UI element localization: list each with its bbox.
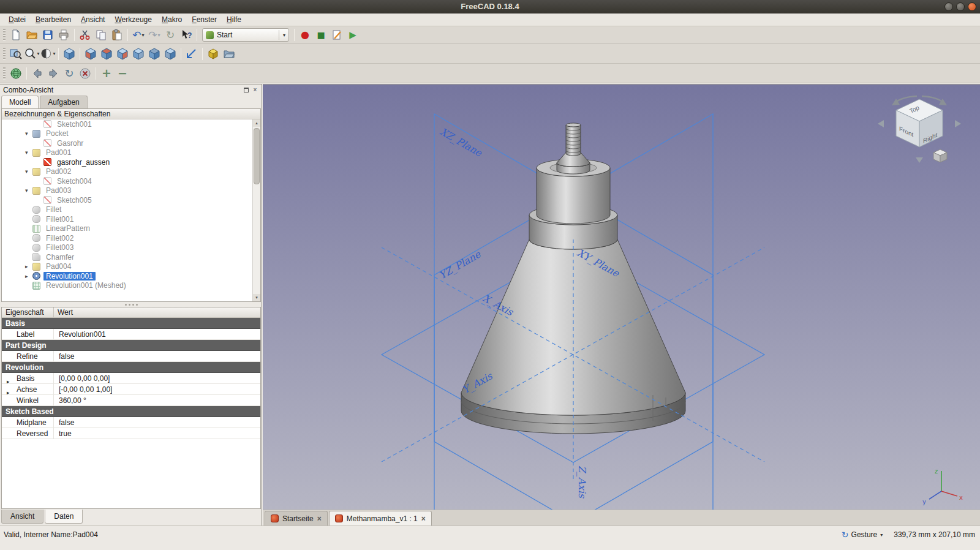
menu-hilfe[interactable]: Hilfe <box>222 14 246 25</box>
zoom-in-button[interactable]: + <box>99 66 115 81</box>
tab-modell[interactable]: Modell <box>1 96 39 108</box>
view-top-button[interactable] <box>99 46 115 62</box>
menu-bearbeiten[interactable]: Bearbeiten <box>31 14 76 25</box>
property-group-row[interactable]: Basis <box>2 318 260 329</box>
tab-close-icon[interactable]: × <box>421 514 426 523</box>
doc-tab-startseite[interactable]: Startseite × <box>265 511 328 526</box>
cut-button[interactable] <box>77 27 93 43</box>
toolbar-handle[interactable] <box>3 29 6 41</box>
redo-dropdown-icon[interactable]: ▾ <box>158 32 160 38</box>
tree-item-selected[interactable]: Revolution001 <box>2 271 260 281</box>
view-rear-button[interactable] <box>130 46 146 62</box>
3d-viewport[interactable]: XZ_Plane YZ_Plane XY_Plane X_Axis Y_Axis… <box>263 84 980 510</box>
undo-button[interactable]: ↶▾ <box>130 27 146 43</box>
draw-style-button[interactable]: ▾ <box>40 46 56 62</box>
tree-item[interactable]: Pocket <box>2 129 260 139</box>
save-button[interactable] <box>40 27 56 43</box>
panel-float-button[interactable] <box>243 86 249 93</box>
property-row[interactable]: Refinefalse <box>2 351 260 362</box>
toolbar-handle[interactable] <box>3 48 6 60</box>
draw-style-dropdown-icon[interactable]: ▾ <box>53 51 55 56</box>
expander-icon[interactable] <box>25 263 32 269</box>
property-row[interactable]: Midplanefalse <box>2 417 260 428</box>
doc-tab-methanmamba[interactable]: Methanmamba_v1 : 1 × <box>329 511 432 526</box>
tree-item[interactable]: Pad002 <box>2 167 260 177</box>
zoom-dropdown-icon[interactable]: ▾ <box>37 51 39 56</box>
zoom-button[interactable]: ▾ <box>24 46 40 62</box>
panel-splitter[interactable] <box>0 302 262 307</box>
maximize-button[interactable] <box>956 2 965 11</box>
minimize-button[interactable] <box>944 2 953 11</box>
tree-item[interactable]: gasrohr_aussen <box>2 157 260 167</box>
workbench-selector[interactable]: Start ▾ <box>202 28 289 42</box>
view-left-button[interactable] <box>162 46 178 62</box>
back-button[interactable] <box>29 66 45 81</box>
macro-edit-button[interactable] <box>329 27 345 43</box>
forward-button[interactable] <box>45 66 61 81</box>
tree-item[interactable]: Sketch005 <box>2 195 260 205</box>
menu-makro[interactable]: Makro <box>157 14 187 25</box>
macro-record-button[interactable]: ● <box>297 27 313 43</box>
expander-icon[interactable] <box>25 273 32 279</box>
tree-item[interactable]: Revolution001 (Meshed) <box>2 281 260 291</box>
tab-close-icon[interactable]: × <box>317 514 322 523</box>
tree-item[interactable]: Chamfer <box>2 252 260 262</box>
tree-item[interactable]: Fillet001 <box>2 214 260 224</box>
tree-item[interactable]: Fillet <box>2 205 260 215</box>
view-right-button[interactable] <box>115 46 130 62</box>
undo-dropdown-icon[interactable]: ▾ <box>142 32 145 38</box>
tab-daten[interactable]: Daten <box>45 510 83 524</box>
scrollbar-thumb[interactable] <box>254 128 260 184</box>
tree-item[interactable]: Sketch001 <box>2 119 260 129</box>
view-isometric-button[interactable] <box>61 46 77 62</box>
menu-werkzeuge[interactable]: Werkzeuge <box>110 14 156 25</box>
property-group-row[interactable]: Part Design <box>2 340 260 351</box>
create-group-button[interactable] <box>221 46 237 62</box>
web-stop-button[interactable] <box>77 66 93 81</box>
tree-item[interactable]: Pad003 <box>2 186 260 196</box>
tab-aufgaben[interactable]: Aufgaben <box>40 96 87 108</box>
view-front-button[interactable] <box>83 46 99 62</box>
property-row[interactable]: Winkel360,00 ° <box>2 395 260 406</box>
tree-item[interactable]: Sketch004 <box>2 176 260 186</box>
menu-datei[interactable]: Datei <box>4 14 31 25</box>
menu-ansicht[interactable]: Ansicht <box>76 14 110 25</box>
scroll-down-icon[interactable]: ▾ <box>253 294 260 301</box>
web-home-button[interactable] <box>8 66 24 81</box>
property-row[interactable]: Achse[-0,00 0,00 1,00] <box>2 384 260 395</box>
tree-item[interactable]: Fillet003 <box>2 243 260 253</box>
property-row[interactable]: Reversedtrue <box>2 428 260 439</box>
macro-play-button[interactable]: ▶ <box>345 27 361 43</box>
tree-item[interactable]: Pad004 <box>2 262 260 272</box>
scroll-up-icon[interactable]: ▴ <box>253 119 260 127</box>
measure-button[interactable] <box>184 46 200 62</box>
print-button[interactable] <box>56 27 72 43</box>
nav-style-selector[interactable]: Gesture <box>851 530 878 539</box>
open-document-button[interactable] <box>24 27 40 43</box>
tab-ansicht[interactable]: Ansicht <box>1 510 43 524</box>
create-part-button[interactable] <box>205 46 221 62</box>
tree-item[interactable]: Pad001 <box>2 148 260 158</box>
close-button[interactable] <box>968 2 976 11</box>
nav-style-dropdown-icon[interactable]: ▾ <box>880 532 883 538</box>
tree-item[interactable]: LinearPattern <box>2 224 260 234</box>
expander-icon[interactable] <box>25 130 32 137</box>
property-group-row[interactable]: Sketch Based <box>2 406 260 417</box>
copy-button[interactable] <box>93 27 109 43</box>
whats-this-button[interactable]: ? <box>178 27 194 43</box>
refresh-button[interactable]: ↻ <box>162 27 178 43</box>
window-titlebar[interactable]: FreeCAD 0.18.4 <box>0 0 980 13</box>
paste-button[interactable] <box>109 27 125 43</box>
redo-button[interactable]: ↷▾ <box>146 27 162 43</box>
toolbar-handle[interactable] <box>3 67 6 80</box>
macro-stop-button[interactable]: ■ <box>313 27 329 43</box>
property-group-row[interactable]: Revolution <box>2 362 260 373</box>
tree-item[interactable]: Gasrohr <box>2 138 260 148</box>
tree-item[interactable]: Fillet002 <box>2 233 260 243</box>
property-row[interactable]: Basis[0,00 0,00 0,00] <box>2 373 260 384</box>
tree-scrollbar[interactable]: ▴ ▾ <box>252 119 260 301</box>
panel-close-button[interactable]: × <box>252 86 258 93</box>
zoom-out-button[interactable]: − <box>115 66 130 81</box>
view-bottom-button[interactable] <box>146 46 162 62</box>
property-row[interactable]: LabelRevolution001 <box>2 329 260 340</box>
